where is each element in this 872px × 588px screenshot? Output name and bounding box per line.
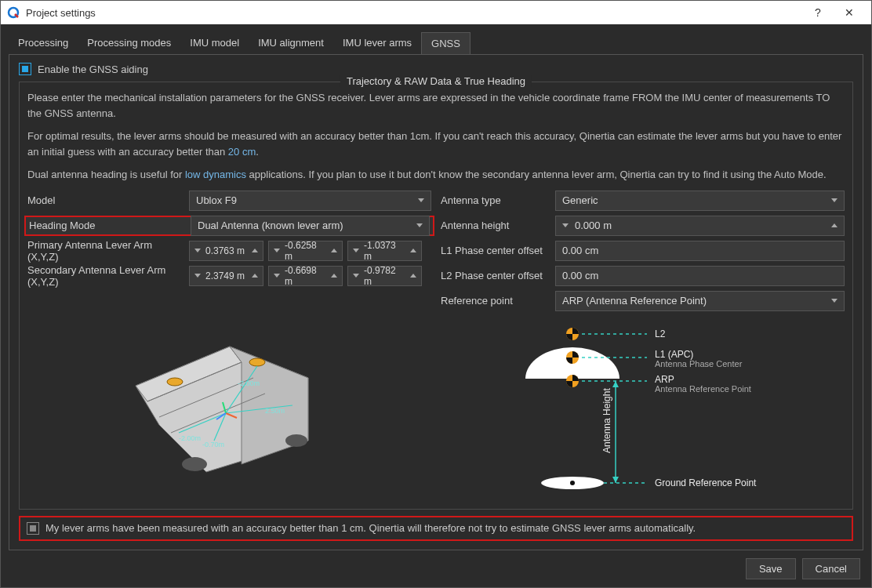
svg-text:Antenna Reference Point: Antenna Reference Point [655, 384, 751, 394]
heading-mode-label: Heading Mode [29, 220, 186, 231]
svg-text:Antenna Height: Antenna Height [601, 387, 612, 452]
titlebar: Project settings ? ✕ [1, 1, 871, 24]
left-column: Model Ublox F9 Heading Mode Dual Antenna… [27, 191, 431, 504]
dialog-window: Project settings ? ✕ Processing Processi… [0, 0, 872, 588]
app-icon [7, 6, 20, 19]
l1-offset-input[interactable]: 0.00 cm [555, 241, 845, 261]
svg-point-7 [182, 457, 207, 471]
chevron-down-icon [194, 249, 201, 252]
close-button[interactable]: ✕ [834, 6, 865, 19]
secondary-x[interactable]: 2.3749 m [189, 266, 263, 286]
dialog-body: Processing Processing modes IMU model IM… [1, 24, 871, 587]
tab-imu-lever-arms[interactable]: IMU lever arms [333, 32, 421, 54]
window-title: Project settings [26, 7, 802, 19]
svg-text:Ground Reference Point: Ground Reference Point [655, 477, 757, 488]
svg-text:ARP: ARP [655, 374, 674, 385]
accuracy-row: My lever arms have been measured with an… [19, 516, 853, 541]
chevron-up-icon [331, 249, 337, 252]
chevron-down-icon [416, 223, 423, 227]
heading-mode-row: Heading Mode Dual Antenna (known lever a… [24, 216, 434, 236]
primary-x[interactable]: 0.3763 m [189, 241, 263, 261]
svg-text:L2: L2 [655, 328, 666, 339]
tab-gnss[interactable]: GNSS [421, 32, 471, 54]
vehicle-illustration: -2.00m 2.50m -2.00m -0.70m [27, 291, 431, 504]
chevron-down-icon [274, 274, 280, 278]
svg-marker-31 [612, 477, 619, 483]
model-select[interactable]: Ublox F9 [189, 191, 431, 211]
secondary-y[interactable]: -0.6698 m [268, 266, 343, 286]
accuracy-checkbox[interactable] [27, 522, 39, 535]
chevron-up-icon [410, 249, 416, 252]
l2-offset-label: L2 Phase center offset [441, 270, 550, 281]
svg-text:2.50m: 2.50m [265, 407, 285, 415]
primary-row: Primary Antenna Lever Arm (X,Y,Z) 0.3763… [27, 241, 431, 261]
svg-point-10 [249, 358, 265, 366]
tabs: Processing Processing modes IMU model IM… [9, 32, 863, 54]
antenna-height-label: Antenna height [441, 220, 550, 231]
tab-processing-modes[interactable]: Processing modes [78, 32, 180, 54]
l2-offset-row: L2 Phase center offset 0.00 cm [441, 266, 845, 286]
help-button[interactable]: ? [802, 6, 834, 19]
primary-y[interactable]: -0.6258 m [268, 241, 343, 261]
l1-offset-label: L1 Phase center offset [441, 245, 550, 256]
svg-text:-2.00m: -2.00m [238, 379, 260, 387]
antenna-diagram: Antenna Height L2 L1 (APC) Antenna Phase… [441, 316, 845, 504]
reference-point-row: Reference point ARP (Antenna Reference P… [441, 291, 845, 311]
svg-marker-30 [612, 381, 619, 387]
chevron-down-icon [274, 249, 280, 252]
button-row: Save Cancel [9, 550, 863, 587]
chevron-down-icon [418, 198, 424, 202]
chevron-down-icon [831, 299, 837, 303]
enable-gnss-label: Enable the GNSS aiding [38, 64, 148, 75]
svg-point-24 [570, 481, 575, 485]
desc-2: For optimal results, the lever arms shou… [27, 129, 845, 159]
desc-3: Dual antenna heading is useful for low d… [27, 167, 845, 183]
l2-offset-input[interactable]: 0.00 cm [555, 266, 845, 286]
desc-1: Please enter the mechanical installation… [27, 90, 845, 121]
chevron-up-icon [410, 274, 416, 278]
svg-text:-2.00m: -2.00m [179, 434, 201, 442]
antenna-type-label: Antenna type [441, 194, 550, 206]
primary-label: Primary Antenna Lever Arm (X,Y,Z) [27, 239, 184, 263]
right-column: Antenna type Generic Antenna height 0.00… [441, 191, 845, 504]
svg-text:L1 (APC): L1 (APC) [655, 349, 693, 360]
svg-text:-0.70m: -0.70m [202, 441, 224, 448]
antenna-height-row: Antenna height 0.000 m [441, 216, 845, 236]
accuracy-label: My lever arms have been measured with an… [45, 522, 696, 534]
secondary-label: Secondary Antenna Lever Arm (X,Y,Z) [27, 264, 184, 288]
save-button[interactable]: Save [746, 558, 796, 579]
primary-z[interactable]: -1.0373 m [347, 241, 422, 261]
group-legend: Trajectory & RAW Data & True Heading [340, 75, 532, 87]
cancel-button[interactable]: Cancel [802, 558, 860, 579]
heading-mode-select[interactable]: Dual Antenna (known lever arm) [191, 216, 430, 236]
enable-gnss-row: Enable the GNSS aiding [19, 63, 853, 75]
svg-point-9 [167, 378, 183, 386]
chevron-up-icon [252, 274, 258, 278]
chevron-up-icon [831, 223, 837, 227]
columns: Model Ublox F9 Heading Mode Dual Antenna… [27, 191, 845, 504]
tab-imu-alignment[interactable]: IMU alignment [249, 32, 333, 54]
secondary-z[interactable]: -0.9782 m [347, 266, 422, 286]
tab-imu-model[interactable]: IMU model [180, 32, 249, 54]
enable-gnss-checkbox[interactable] [19, 63, 31, 75]
svg-text:Antenna Phase Center: Antenna Phase Center [655, 359, 743, 368]
chevron-down-icon [353, 274, 359, 278]
chevron-up-icon [331, 274, 337, 278]
model-label: Model [27, 194, 184, 206]
trajectory-group: Trajectory & RAW Data & True Heading Ple… [19, 82, 853, 510]
reference-point-label: Reference point [441, 295, 550, 307]
chevron-down-icon [353, 249, 359, 252]
svg-point-8 [285, 434, 307, 447]
gnss-panel: Enable the GNSS aiding Trajectory & RAW … [9, 54, 863, 550]
antenna-type-row: Antenna type Generic [441, 191, 845, 211]
chevron-down-icon [194, 274, 201, 278]
chevron-down-icon [831, 198, 837, 202]
antenna-type-select[interactable]: Generic [555, 191, 845, 211]
antenna-height-input[interactable]: 0.000 m [555, 216, 845, 236]
model-row: Model Ublox F9 [27, 191, 431, 211]
chevron-down-icon [562, 223, 569, 227]
secondary-row: Secondary Antenna Lever Arm (X,Y,Z) 2.37… [27, 266, 431, 286]
reference-point-select[interactable]: ARP (Antenna Reference Point) [555, 291, 845, 311]
l1-offset-row: L1 Phase center offset 0.00 cm [441, 241, 845, 261]
tab-processing[interactable]: Processing [9, 32, 78, 54]
